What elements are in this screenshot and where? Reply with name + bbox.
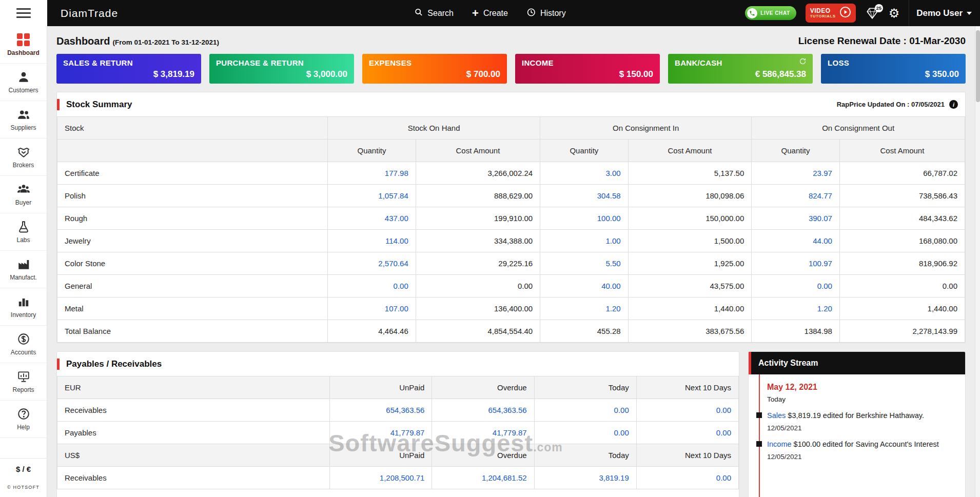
video-tutorials-button[interactable]: VIDEO TUTORIALS (806, 4, 856, 23)
diamond-credits-button[interactable]: 25 (865, 7, 879, 20)
sidebar-item-manufacturing[interactable]: Manufact. (0, 251, 47, 288)
amount-link[interactable]: 0.00 (534, 422, 636, 444)
col-header-cost-amount: Cost Amount (416, 140, 540, 162)
dashboard-grid-icon (17, 33, 30, 46)
sidebar-item-suppliers[interactable]: Suppliers (0, 101, 47, 138)
payables-table: EUR UnPaid Overdue Today Next 10 Days Re… (57, 376, 739, 489)
card-bank-cash[interactable]: BANK/CASH € 586,845.38 (668, 54, 813, 84)
amount-link[interactable]: 1,208,500.71 (330, 467, 432, 489)
stock-row-jewelry: Jewelry 114.00 334,388.00 1.00 1,500.00 … (57, 230, 965, 252)
amount-link[interactable]: 1,204,681.52 (432, 467, 534, 489)
sidebar-item-brokers[interactable]: Brokers (0, 138, 47, 176)
amount-link[interactable]: 41,779.87 (330, 422, 432, 444)
refresh-icon[interactable] (799, 57, 807, 67)
activity-item: Income $100.00 edited for Saving Account… (767, 439, 958, 461)
quantity-link[interactable]: 3.00 (540, 162, 629, 185)
user-name: Demo User (916, 8, 963, 18)
sidebar-item-inventory[interactable]: Inventory (0, 288, 47, 326)
quantity-link[interactable]: 0.00 (752, 275, 840, 297)
sidebar-item-customers[interactable]: Customers (0, 64, 47, 101)
sidebar-item-dashboard[interactable]: Dashboard (0, 26, 47, 64)
quantity-link[interactable]: 824.77 (752, 185, 840, 207)
history-button[interactable]: History (526, 8, 566, 19)
scrollbar-thumb[interactable] (976, 30, 980, 102)
quantity-link[interactable]: 0.00 (328, 275, 416, 297)
labs-flask-icon (17, 220, 30, 233)
col-group-consignment-out: On Consignment Out (752, 117, 965, 140)
page-scrollbar[interactable] (975, 26, 980, 497)
card-purchase-return[interactable]: PURCHASE & RETURN $ 3,000.00 (209, 54, 354, 84)
card-loss[interactable]: LOSS $ 350.00 (821, 54, 966, 84)
copyright-label: © HOTSOFT (0, 480, 47, 497)
col-group-stock-on-hand: Stock On Hand (328, 117, 540, 140)
activity-stream-body: May 12, 2021 Today Sales $3,819.19 edite… (749, 374, 965, 497)
metric-cards-row: SALES & RETURN $ 3,819.19 PURCHASE & RET… (56, 54, 966, 84)
amount-link[interactable]: 654,363.56 (432, 399, 534, 422)
quantity-link[interactable]: 107.00 (328, 297, 416, 320)
payables-eur-header: EUR UnPaid Overdue Today Next 10 Days (57, 376, 739, 399)
amount-link[interactable]: 3,819.19 (534, 467, 636, 489)
create-button[interactable]: + Create (472, 9, 508, 18)
inventory-bars-icon (17, 295, 30, 308)
quantity-link[interactable]: 390.07 (752, 207, 840, 230)
quantity-link[interactable]: 1,057.84 (328, 185, 416, 207)
activity-sales-link[interactable]: Sales (767, 411, 786, 420)
stock-summary-header: Stock Summary RapPrice Updated On : 07/0… (57, 92, 965, 116)
activity-stream-panel: Activity Stream May 12, 2021 Today Sales… (748, 351, 966, 497)
amount-link[interactable]: 0.00 (534, 399, 636, 422)
top-nav: Search + Create History (414, 8, 565, 19)
app-logo: DiamTrade (61, 7, 118, 19)
sidebar-item-help[interactable]: Help (0, 401, 47, 438)
col-header-quantity: Quantity (752, 140, 840, 162)
quantity-link[interactable]: 304.58 (540, 185, 629, 207)
amount-link[interactable]: 654,363.56 (330, 399, 432, 422)
currency-label: EUR (57, 376, 330, 399)
date-range: (From 01-01-2021 To 31-12-2021) (112, 38, 219, 46)
quantity-link[interactable]: 5.50 (540, 252, 629, 275)
quantity-link[interactable]: 1.20 (540, 297, 629, 320)
quantity-link[interactable]: 1.00 (540, 230, 629, 252)
quantity-link[interactable]: 437.00 (328, 207, 416, 230)
payables-row-eur-receivables: Receivables 654,363.56 654,363.56 0.00 0… (57, 399, 739, 422)
quantity-link[interactable]: 100.00 (540, 207, 629, 230)
sidebar-item-labs[interactable]: Labs (0, 213, 47, 251)
amount-link[interactable]: 41,779.87 (432, 422, 534, 444)
activity-item-date: 12/05/2021 (767, 453, 958, 461)
col-group-consignment-in: On Consignment In (540, 117, 752, 140)
col-header-cost-amount: Cost Amount (628, 140, 752, 162)
hamburger-menu-button[interactable] (0, 0, 47, 26)
quantity-link[interactable]: 100.97 (752, 252, 840, 275)
settings-gear-icon[interactable]: ⚙ (889, 7, 900, 19)
red-accent-bar (57, 99, 60, 110)
amount-link[interactable]: 0.00 (636, 467, 738, 489)
user-menu-button[interactable]: Demo User (909, 0, 972, 26)
plus-icon: + (472, 9, 479, 17)
quantity-link[interactable]: 44.00 (752, 230, 840, 252)
quantity-link[interactable]: 23.97 (752, 162, 840, 185)
quantity-link[interactable]: 2,570.64 (328, 252, 416, 275)
card-expenses[interactable]: EXPENSES $ 700.00 (362, 54, 507, 84)
col-header-empty (57, 140, 328, 162)
quantity-link[interactable]: 114.00 (328, 230, 416, 252)
currency-toggle[interactable]: $ / € (0, 458, 47, 480)
search-button[interactable]: Search (414, 8, 454, 18)
timeline-bullet-icon (756, 441, 762, 447)
card-income[interactable]: INCOME $ 150.00 (515, 54, 660, 84)
tutorials-label: TUTORIALS (810, 14, 836, 18)
activity-item: Sales $3,819.19 edited for Berkshire Hat… (767, 410, 958, 432)
amount-link[interactable]: 0.00 (636, 399, 738, 422)
sidebar-item-reports[interactable]: Reports (0, 363, 47, 401)
page-header: Dashboard(From 01-01-2021 To 31-12-2021)… (56, 26, 966, 53)
amount-link[interactable]: 0.00 (636, 422, 738, 444)
quantity-link[interactable]: 1.20 (752, 297, 840, 320)
sidebar-item-buyer[interactable]: Buyer (0, 176, 47, 213)
manufacturing-factory-icon (17, 257, 30, 271)
live-chat-button[interactable]: LIVE CHAT (745, 6, 796, 20)
card-sales-return[interactable]: SALES & RETURN $ 3,819.19 (56, 54, 201, 84)
quantity-link[interactable]: 40.00 (540, 275, 629, 297)
sidebar-item-accounts[interactable]: Accounts (0, 326, 47, 363)
quantity-link[interactable]: 177.98 (328, 162, 416, 185)
payables-receivables-panel: Payables / Receivables EUR UnPaid Overdu… (56, 351, 739, 497)
activity-income-link[interactable]: Income (767, 440, 792, 448)
info-icon[interactable]: i (949, 100, 958, 109)
